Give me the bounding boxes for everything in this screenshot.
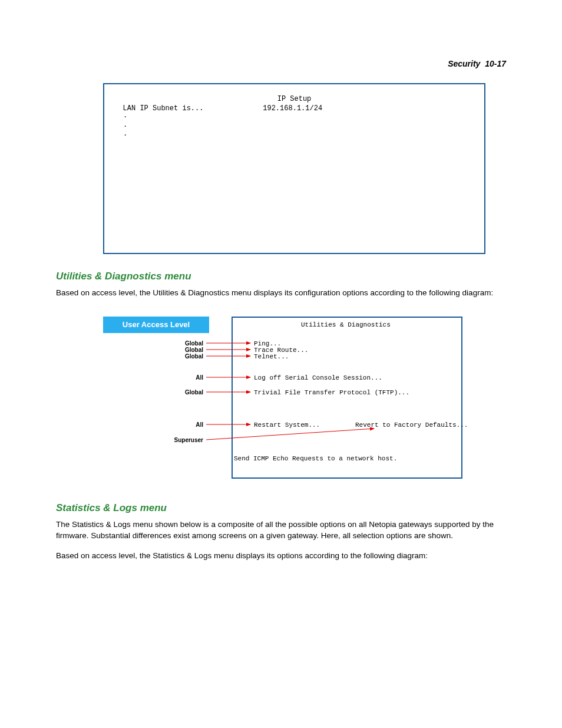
access-label: Global bbox=[185, 353, 203, 360]
menu-item-telnet: Telnet... bbox=[254, 353, 289, 360]
section2-paragraph1: The Statistics & Logs menu shown below i… bbox=[56, 519, 506, 542]
menu-hint: Send ICMP Echo Requests to a network hos… bbox=[234, 455, 397, 462]
access-label: Global bbox=[185, 340, 203, 347]
access-label: All bbox=[196, 421, 203, 428]
access-label: Global bbox=[185, 389, 203, 396]
terminal-line-subnet: LAN IP Subnet is... 192.168.1.1/24 bbox=[110, 104, 478, 114]
terminal-dot: · bbox=[110, 123, 478, 132]
section2-paragraph2: Based on access level, the Statistics & … bbox=[56, 550, 506, 562]
user-access-level-box: User Access Level bbox=[103, 317, 209, 333]
menu-item-logoff: Log off Serial Console Session... bbox=[254, 374, 382, 381]
menu-item-restart: Restart System... bbox=[254, 421, 320, 429]
page: Security 10-17 IP Setup LAN IP Subnet is… bbox=[0, 0, 562, 605]
section-heading-stats: Statistics & Logs menu bbox=[56, 502, 506, 514]
page-header: Security 10-17 bbox=[56, 59, 506, 68]
header-page: 10-17 bbox=[485, 59, 506, 68]
section-heading-utilities: Utilities & Diagnostics menu bbox=[56, 271, 506, 282]
access-label: Superuser bbox=[174, 437, 203, 443]
terminal-dot: · bbox=[110, 131, 478, 141]
menu-title: Utilities & Diagnostics bbox=[233, 318, 461, 328]
utilities-diagram: User Access Level Utilities & Diagnostic… bbox=[103, 317, 462, 479]
terminal-title: IP Setup bbox=[110, 95, 478, 104]
header-section: Security bbox=[448, 59, 480, 68]
menu-item-revert: Revert to Factory Defaults... bbox=[355, 421, 468, 429]
access-label: Global bbox=[185, 347, 203, 353]
section1-paragraph: Based on access level, the Utilities & D… bbox=[56, 287, 506, 299]
terminal-dot: · bbox=[110, 113, 478, 123]
ip-setup-terminal: IP Setup LAN IP Subnet is... 192.168.1.1… bbox=[103, 83, 485, 254]
menu-item-tftp: Trivial File Transfer Protocol (TFTP)... bbox=[254, 389, 409, 396]
access-label: All bbox=[196, 374, 203, 381]
